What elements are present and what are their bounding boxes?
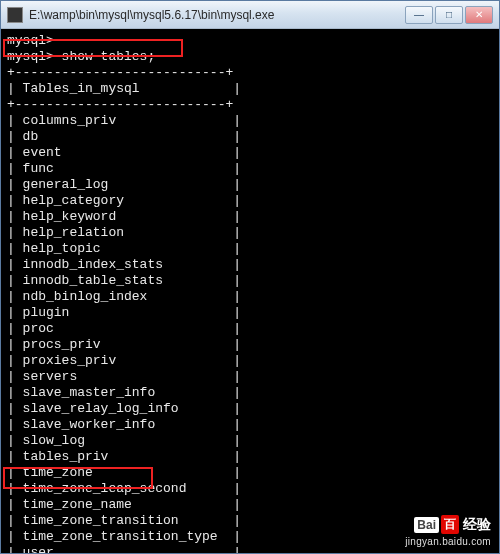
titlebar[interactable]: E:\wamp\bin\mysql\mysql5.6.17\bin\mysql.… bbox=[1, 1, 499, 29]
window-title: E:\wamp\bin\mysql\mysql5.6.17\bin\mysql.… bbox=[29, 8, 405, 22]
terminal-output[interactable]: mysql> mysql> show tables; +------------… bbox=[1, 29, 499, 553]
application-window: E:\wamp\bin\mysql\mysql5.6.17\bin\mysql.… bbox=[0, 0, 500, 554]
close-button[interactable]: ✕ bbox=[465, 6, 493, 24]
maximize-button[interactable]: □ bbox=[435, 6, 463, 24]
app-icon bbox=[7, 7, 23, 23]
minimize-button[interactable]: — bbox=[405, 6, 433, 24]
window-controls: — □ ✕ bbox=[405, 6, 493, 24]
